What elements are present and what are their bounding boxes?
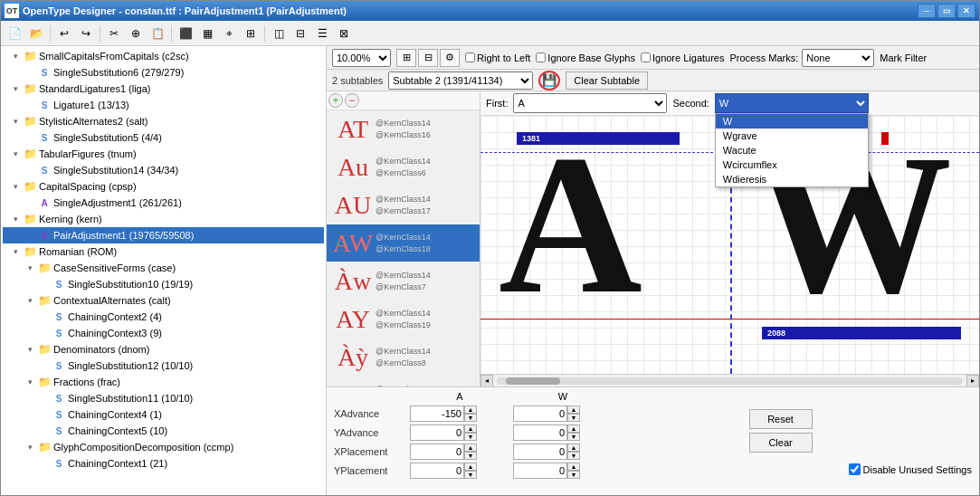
tree-item[interactable]: ▾📁Denominators (dnom) — [3, 341, 324, 358]
tool4-button[interactable]: ⊞ — [241, 24, 261, 43]
glyph-list-item[interactable]: AY@KernClass14@KernClass19 — [327, 300, 480, 339]
ignore-ligatures-option[interactable]: Ignore Ligatures — [641, 52, 725, 63]
minimize-button[interactable]: ─ — [918, 4, 936, 18]
clear-button[interactable]: Clear — [749, 433, 813, 453]
y-placement-w-up[interactable]: ▲ — [567, 463, 580, 471]
x-placement-w-up[interactable]: ▲ — [567, 444, 580, 452]
scroll-right-arrow[interactable]: ▸ — [966, 375, 979, 387]
tool6-button[interactable]: ⊟ — [290, 24, 310, 43]
tree-item[interactable]: ▾📁StylisticAlternates2 (salt) — [3, 113, 324, 129]
tool1-button[interactable]: ⬛ — [176, 24, 195, 43]
disable-settings-checkbox[interactable] — [849, 463, 861, 475]
tree-item[interactable]: SSingleSubstitution10 (19/19) — [3, 276, 324, 292]
x-placement-a-up[interactable]: ▲ — [464, 444, 477, 452]
x-placement-a-down[interactable]: ▼ — [464, 452, 477, 460]
tree-item[interactable]: SChainingContext1 (21) — [3, 455, 324, 472]
remove-glyph-button[interactable]: − — [345, 93, 359, 108]
tree-item[interactable]: ▾📁ContextualAlternates (calt) — [3, 292, 324, 309]
view-btn-3[interactable]: ⚙ — [440, 49, 460, 67]
right-to-left-option[interactable]: Right to Left — [465, 52, 530, 63]
tree-item[interactable]: SSingleSubstitution14 (34/34) — [3, 162, 324, 178]
tree-item[interactable]: SChainingContext4 (1) — [3, 406, 324, 423]
clear-subtable-button[interactable]: Clear Subtable — [566, 72, 648, 90]
glyph-list-item[interactable]: Àỳ@KernClass14@KernClass8 — [327, 339, 480, 377]
y-placement-w-down[interactable]: ▼ — [567, 471, 580, 479]
undo-button[interactable]: ↩ — [54, 24, 74, 43]
x-advance-a-input[interactable] — [410, 405, 464, 422]
y-placement-w-input[interactable] — [513, 463, 567, 479]
tree-item[interactable]: ▾📁Fractions (frac) — [3, 374, 324, 390]
glyph-list-content[interactable]: AT@KernClass14@KernClass16Au@KernClass14… — [327, 110, 480, 386]
tree-item[interactable]: APairAdjustment1 (19765/59508) — [3, 227, 324, 243]
tree-item[interactable]: ▾📁CapitalSpacing (cpsp) — [3, 178, 324, 195]
ignore-base-glyphs-checkbox[interactable] — [536, 52, 546, 62]
y-advance-a-up[interactable]: ▲ — [464, 424, 477, 433]
y-placement-a-input[interactable] — [410, 463, 464, 479]
tree-item[interactable]: ▾📁Kerning (kern) — [3, 211, 324, 227]
dropdown-item-Wacute[interactable]: Wacute — [716, 143, 868, 157]
tree-item[interactable]: ▾📁Romanian (ROM) — [3, 243, 324, 260]
first-glyph-select[interactable]: A — [513, 93, 667, 113]
tool5-button[interactable]: ◫ — [269, 24, 289, 43]
y-advance-a-input[interactable] — [410, 424, 464, 441]
y-advance-w-up[interactable]: ▲ — [567, 424, 580, 433]
close-button[interactable]: ✕ — [957, 4, 975, 18]
second-glyph-select[interactable]: W — [715, 93, 869, 113]
tree-item[interactable]: ▾📁StandardLigatures1 (liga) — [3, 81, 324, 97]
copy-button[interactable]: ⊕ — [126, 24, 146, 43]
tool7-button[interactable]: ☰ — [312, 24, 332, 43]
dropdown-item-Wdieresis[interactable]: Wdieresis — [716, 172, 868, 186]
paste-button[interactable]: 📋 — [147, 24, 167, 43]
dropdown-item-W[interactable]: W — [716, 114, 868, 129]
x-advance-w-up[interactable]: ▲ — [567, 405, 580, 414]
y-placement-a-down[interactable]: ▼ — [464, 471, 477, 479]
x-advance-w-input[interactable] — [513, 405, 567, 422]
dropdown-item-Wcircumflex[interactable]: Wcircumflex — [716, 157, 868, 172]
redo-button[interactable]: ↪ — [76, 24, 96, 43]
x-placement-w-input[interactable] — [513, 444, 567, 460]
glyph-list-item[interactable]: Àw@KernClass14@KernClass7 — [327, 262, 480, 300]
tree-item[interactable]: SSingleSubstitution5 (4/4) — [3, 129, 324, 146]
x-advance-a-down[interactable]: ▼ — [464, 414, 477, 422]
save-subtable-button[interactable]: 💾 — [538, 71, 560, 91]
view-btn-1[interactable]: ⊞ — [396, 49, 416, 67]
ignore-ligatures-checkbox[interactable] — [641, 52, 651, 62]
y-placement-a-up[interactable]: ▲ — [464, 463, 477, 471]
glyph-list-item[interactable]: A*@KernClass14@KernClass20 — [327, 377, 480, 386]
process-marks-select[interactable]: None — [802, 49, 874, 67]
x-placement-w-down[interactable]: ▼ — [567, 452, 580, 460]
view-btn-2[interactable]: ⊟ — [418, 49, 438, 67]
y-advance-a-down[interactable]: ▼ — [464, 433, 477, 441]
y-advance-w-input[interactable] — [513, 424, 567, 441]
new-button[interactable]: 📄 — [5, 24, 24, 43]
tree-item[interactable]: SLigature1 (13/13) — [3, 97, 324, 113]
cut-button[interactable]: ✂ — [104, 24, 124, 43]
tree-item[interactable]: SChainingContext3 (9) — [3, 325, 324, 341]
tree-item[interactable]: ▾📁GlyphCompositionDecomposition (ccmp) — [3, 439, 324, 455]
tree-item[interactable]: SChainingContext2 (4) — [3, 309, 324, 325]
x-advance-w-down[interactable]: ▼ — [567, 414, 580, 422]
tool3-button[interactable]: ⌖ — [219, 24, 239, 43]
tree-item[interactable]: SSingleSubstitution11 (10/10) — [3, 390, 324, 406]
restore-button[interactable]: ▭ — [937, 4, 956, 18]
glyph-list-item[interactable]: AT@KernClass14@KernClass16 — [327, 110, 480, 148]
ignore-base-glyphs-option[interactable]: Ignore Base Glyphs — [536, 52, 635, 63]
y-advance-w-down[interactable]: ▼ — [567, 433, 580, 441]
glyph-list-item[interactable]: Au@KernClass14@KernClass6 — [327, 148, 480, 186]
reset-button[interactable]: Reset — [749, 409, 813, 429]
scroll-thumb[interactable] — [506, 377, 560, 385]
tree-item[interactable]: SChainingContext5 (10) — [3, 423, 324, 439]
glyph-list-item[interactable]: AW@KernClass14@KernClass18 — [327, 224, 480, 262]
tool8-button[interactable]: ⊠ — [334, 24, 354, 43]
zoom-select[interactable]: 10.00% — [332, 49, 391, 67]
tree-item[interactable]: SSingleSubstitution6 (279/279) — [3, 64, 324, 81]
preview-scrollbar-h[interactable]: ◂ ▸ — [480, 374, 979, 386]
second-glyph-dropdown[interactable]: W Wgrave Wacute Wcircumflex Wdieresis — [715, 113, 869, 187]
x-advance-a-up[interactable]: ▲ — [464, 405, 477, 414]
tree-item[interactable]: SSingleSubstitution12 (10/10) — [3, 358, 324, 374]
tree-item[interactable]: ▾📁TabularFigures (tnum) — [3, 146, 324, 162]
tree-item[interactable]: ASingleAdjustment1 (261/261) — [3, 195, 324, 211]
right-to-left-checkbox[interactable] — [465, 52, 475, 62]
feature-tree[interactable]: ▾📁SmallCapitalsFromCapitals (c2sc)SSingl… — [1, 46, 326, 495]
scroll-left-arrow[interactable]: ◂ — [480, 375, 493, 387]
